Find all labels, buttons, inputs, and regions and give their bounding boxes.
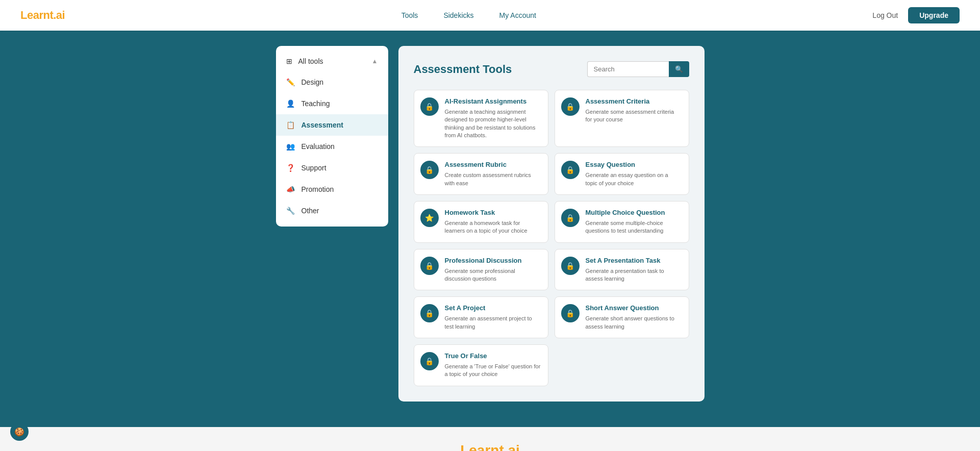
assessment-icon: 📋 <box>286 120 295 130</box>
tool-card-assessment-criteria[interactable]: 🔒 Assessment Criteria Generate some asse… <box>555 90 689 147</box>
sidebar-label-other: Other <box>301 207 319 215</box>
sidebar-item-other[interactable]: 🔧 Other <box>276 200 388 221</box>
tool-card-presentation-task[interactable]: 🔒 Set A Presentation Task Generate a pre… <box>555 249 689 291</box>
teaching-icon: 👤 <box>286 99 295 108</box>
sidebar-item-evaluation[interactable]: 👥 Evaluation <box>276 136 388 157</box>
tool-desc-professional-discussion: Generate some professional discussion qu… <box>445 267 541 283</box>
nav-sidekicks[interactable]: Sidekicks <box>443 11 473 19</box>
search-container: 🔍 <box>587 61 689 77</box>
upgrade-button[interactable]: Upgrade <box>908 7 960 23</box>
tool-desc-short-answer: Generate short answer questions to asses… <box>586 315 682 331</box>
logo-accent: ai <box>56 9 65 21</box>
logo: Learnt.ai <box>20 9 65 22</box>
all-tools-label: All tools <box>298 57 323 65</box>
tool-title-essay-question: Essay Question <box>586 161 682 169</box>
tool-icon-true-false: 🔒 <box>420 352 439 370</box>
tool-card-ai-resistant[interactable]: 🔒 AI-Resistant Assignments Generate a te… <box>414 90 548 147</box>
sidebar-item-design[interactable]: ✏️ Design <box>276 71 388 93</box>
tool-title-short-answer: Short Answer Question <box>586 304 682 313</box>
tool-desc-true-false: Generate a 'True or False' question for … <box>445 363 541 379</box>
nav-my-account[interactable]: My Account <box>499 11 536 19</box>
tool-title-assessment-criteria: Assessment Criteria <box>586 97 682 106</box>
tool-icon-professional-discussion: 🔒 <box>420 257 439 275</box>
tool-desc-ai-resistant: Generate a teaching assignment designed … <box>445 108 541 140</box>
tool-title-multiple-choice: Multiple Choice Question <box>586 209 682 217</box>
search-input[interactable] <box>587 61 669 77</box>
tool-title-set-project: Set A Project <box>445 304 541 313</box>
footer-logo: Learnt.ai <box>15 442 965 451</box>
grid-icon: ⊞ <box>286 57 292 65</box>
main-content: ⊞ All tools ▲ ✏️ Design 👤 Teaching 📋 Ass… <box>0 31 980 417</box>
nav-right: Log Out Upgrade <box>872 7 960 23</box>
design-icon: ✏️ <box>286 78 295 87</box>
tool-title-true-false: True Or False <box>445 352 541 361</box>
footer-logo-text: Learnt. <box>460 442 508 451</box>
main-panel: Assessment Tools 🔍 🔒 AI-Resistant Assign… <box>398 46 705 402</box>
nav-tools[interactable]: Tools <box>401 11 418 19</box>
sidebar-label-assessment: Assessment <box>301 121 344 129</box>
tool-icon-set-project: 🔒 <box>420 304 439 322</box>
tool-desc-set-project: Generate an assessment project to test l… <box>445 315 541 331</box>
promotion-icon: 📣 <box>286 185 295 194</box>
evaluation-icon: 👥 <box>286 142 295 151</box>
footer-logo-accent: ai <box>508 442 520 451</box>
sidebar-label-promotion: Promotion <box>301 185 334 193</box>
tool-title-presentation-task: Set A Presentation Task <box>586 257 682 265</box>
sidebar-item-promotion[interactable]: 📣 Promotion <box>276 179 388 200</box>
tool-title-ai-resistant: AI-Resistant Assignments <box>445 97 541 106</box>
nav-center: Tools Sidekicks My Account <box>401 11 536 19</box>
cookie-button[interactable]: 🍪 <box>10 422 29 441</box>
tool-icon-short-answer: 🔒 <box>561 304 580 322</box>
tool-card-set-project[interactable]: 🔒 Set A Project Generate an assessment p… <box>414 296 548 338</box>
tool-desc-essay-question: Generate an essay question on a topic of… <box>586 171 682 187</box>
tool-card-short-answer[interactable]: 🔒 Short Answer Question Generate short a… <box>555 296 689 338</box>
support-icon: ❓ <box>286 163 295 172</box>
tool-title-assessment-rubric: Assessment Rubric <box>445 161 541 169</box>
tool-card-assessment-rubric[interactable]: 🔒 Assessment Rubric Create custom assess… <box>414 153 548 195</box>
tool-desc-presentation-task: Generate a presentation task to assess l… <box>586 267 682 283</box>
tool-card-professional-discussion[interactable]: 🔒 Professional Discussion Generate some … <box>414 249 548 291</box>
tool-desc-multiple-choice: Generate some multiple-choice questions … <box>586 219 682 235</box>
footer: Learnt.ai <box>0 427 980 451</box>
sidebar-all-tools[interactable]: ⊞ All tools ▲ <box>276 51 388 71</box>
tool-card-homework-task[interactable]: ⭐ Homework Task Generate a homework task… <box>414 201 548 243</box>
tool-icon-multiple-choice: 🔒 <box>561 209 580 227</box>
tool-desc-homework-task: Generate a homework task for learners on… <box>445 219 541 235</box>
sidebar-label-design: Design <box>301 78 324 86</box>
sidebar-label-support: Support <box>301 164 326 172</box>
tool-icon-presentation-task: 🔒 <box>561 257 580 275</box>
sidebar-item-assessment[interactable]: 📋 Assessment <box>276 114 388 136</box>
tool-card-true-false[interactable]: 🔒 True Or False Generate a 'True or Fals… <box>414 344 548 386</box>
tool-icon-essay-question: 🔒 <box>561 161 580 179</box>
tool-icon-assessment-criteria: 🔒 <box>561 97 580 116</box>
chevron-up-icon: ▲ <box>372 58 378 65</box>
sidebar-label-teaching: Teaching <box>301 99 330 108</box>
tools-grid: 🔒 AI-Resistant Assignments Generate a te… <box>414 90 689 386</box>
sidebar-item-teaching[interactable]: 👤 Teaching <box>276 93 388 114</box>
sidebar-item-support[interactable]: ❓ Support <box>276 157 388 179</box>
search-button[interactable]: 🔍 <box>669 61 689 77</box>
sidebar-label-evaluation: Evaluation <box>301 142 335 151</box>
tool-title-homework-task: Homework Task <box>445 209 541 217</box>
sidebar: ⊞ All tools ▲ ✏️ Design 👤 Teaching 📋 Ass… <box>276 46 388 227</box>
tool-title-professional-discussion: Professional Discussion <box>445 257 541 265</box>
panel-header: Assessment Tools 🔍 <box>414 61 689 77</box>
tool-icon-homework-task: ⭐ <box>420 209 439 227</box>
tool-card-essay-question[interactable]: 🔒 Essay Question Generate an essay quest… <box>555 153 689 195</box>
other-icon: 🔧 <box>286 206 295 215</box>
logo-text: Learnt. <box>20 9 56 21</box>
header: Learnt.ai Tools Sidekicks My Account Log… <box>0 0 980 31</box>
tool-desc-assessment-criteria: Generate some assessment criteria for yo… <box>586 108 682 124</box>
tool-icon-assessment-rubric: 🔒 <box>420 161 439 179</box>
logout-button[interactable]: Log Out <box>872 11 898 19</box>
tool-desc-assessment-rubric: Create custom assessment rubrics with ea… <box>445 171 541 187</box>
tool-card-multiple-choice[interactable]: 🔒 Multiple Choice Question Generate some… <box>555 201 689 243</box>
panel-title: Assessment Tools <box>414 63 512 76</box>
tool-icon-ai-resistant: 🔒 <box>420 97 439 116</box>
